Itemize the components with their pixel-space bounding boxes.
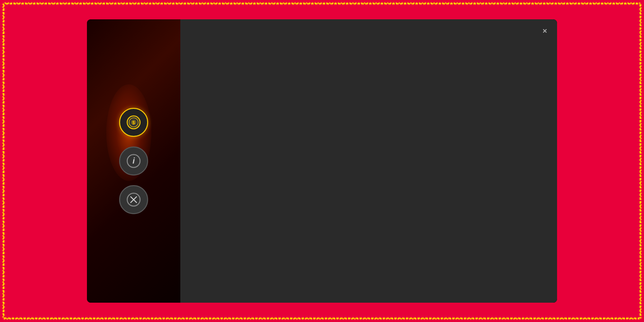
x-icon — [126, 192, 141, 207]
x-button[interactable] — [119, 185, 148, 214]
svg-text:i: i — [132, 156, 135, 166]
close-button[interactable]: × — [539, 25, 551, 37]
svg-text:$: $ — [132, 120, 135, 125]
chip-button[interactable]: $ — [119, 108, 148, 137]
main-panel — [180, 19, 557, 303]
info-icon: i — [126, 153, 141, 169]
chip-icon: $ — [126, 115, 141, 130]
sidebar: $ i — [87, 19, 180, 303]
game-settings-panel: × $ i — [87, 19, 557, 303]
info-button[interactable]: i — [119, 147, 148, 175]
